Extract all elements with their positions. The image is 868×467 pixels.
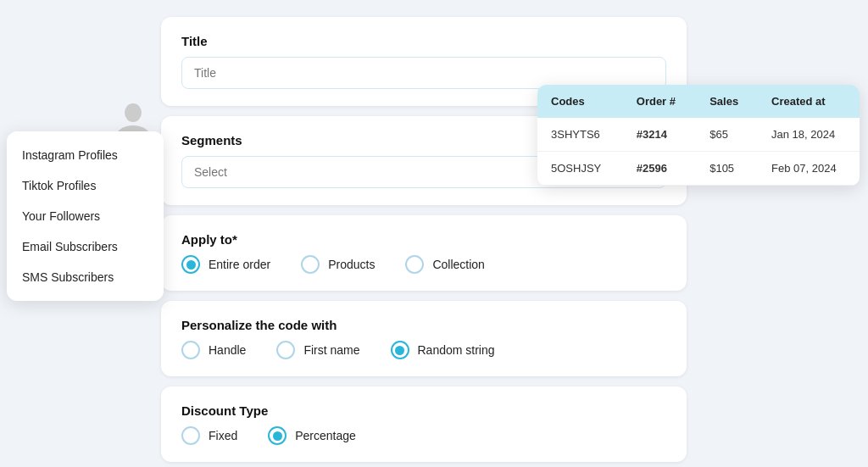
codes-table-popup: Codes Order # Sales Created at 3SHYTS6 #… (537, 85, 860, 186)
table-cell-code-2: 5OSHJSY (537, 152, 623, 186)
table-header-sales: Sales (696, 85, 758, 118)
discount-type-options: Fixed Percentage (181, 426, 666, 445)
personalize-label: Personalize the code with (181, 318, 666, 332)
personalize-card: Personalize the code with Handle First n… (161, 301, 687, 376)
apply-to-options: Entire order Products Collection (181, 255, 666, 274)
table-header-codes: Codes (537, 85, 623, 118)
discount-type-label: Discount Type (181, 403, 666, 418)
discount-type-card: Discount Type Fixed Percentage (161, 386, 687, 462)
apply-to-card: Apply to* Entire order Products Collecti… (161, 215, 687, 291)
radio-circle-entire-order (181, 255, 200, 274)
radio-label-products: Products (328, 258, 375, 271)
radio-entire-order[interactable]: Entire order (181, 255, 270, 274)
radio-first-name[interactable]: First name (276, 341, 359, 359)
radio-circle-collection (405, 255, 424, 274)
dropdown-item-instagram-profiles[interactable]: Instagram Profiles (7, 140, 164, 170)
dropdown-menu: Instagram Profiles Tiktok Profiles Your … (7, 131, 164, 301)
radio-fixed[interactable]: Fixed (181, 426, 237, 445)
table-row: 5OSHJSY #2596 $105 Feb 07, 2024 (537, 152, 860, 186)
table-header-order: Order # (623, 85, 696, 118)
main-container: Title Segments Apply to* Entire order Pr… (161, 17, 687, 462)
radio-circle-first-name (276, 341, 295, 359)
table-header-created: Created at (758, 85, 860, 118)
table-row: 3SHYTS6 #3214 $65 Jan 18, 2024 (537, 118, 860, 152)
table-cell-sales-1: $65 (696, 118, 758, 152)
radio-random-string[interactable]: Random string (391, 341, 495, 359)
dropdown-item-sms-subscribers[interactable]: SMS Subscribers (7, 262, 164, 292)
svg-point-0 (125, 103, 142, 122)
dropdown-item-tiktok-profiles[interactable]: Tiktok Profiles (7, 170, 164, 201)
radio-circle-handle (181, 341, 200, 359)
table-cell-created-1: Jan 18, 2024 (758, 118, 860, 152)
personalize-options: Handle First name Random string (181, 341, 666, 359)
radio-label-collection: Collection (432, 258, 484, 271)
radio-label-entire-order: Entire order (209, 258, 270, 271)
radio-collection[interactable]: Collection (405, 255, 484, 274)
radio-circle-fixed (181, 426, 200, 445)
dropdown-item-your-followers[interactable]: Your Followers (7, 201, 164, 231)
title-label: Title (181, 34, 666, 48)
radio-label-percentage: Percentage (295, 429, 356, 442)
table-cell-sales-2: $105 (696, 152, 758, 186)
radio-handle[interactable]: Handle (181, 341, 246, 359)
table-cell-order-1: #3214 (623, 118, 696, 152)
table-cell-created-2: Feb 07, 2024 (758, 152, 860, 186)
radio-percentage[interactable]: Percentage (268, 426, 356, 445)
table-cell-order-2: #2596 (623, 152, 696, 186)
radio-label-random-string: Random string (418, 343, 495, 357)
radio-circle-percentage (268, 426, 287, 445)
radio-circle-products (301, 255, 320, 274)
radio-label-first-name: First name (303, 343, 359, 357)
radio-circle-random-string (391, 341, 409, 359)
radio-label-handle: Handle (209, 343, 246, 357)
radio-products[interactable]: Products (301, 255, 375, 274)
dropdown-item-email-subscribers[interactable]: Email Subscribers (7, 231, 164, 262)
apply-to-label: Apply to* (181, 232, 666, 247)
radio-label-fixed: Fixed (209, 429, 237, 442)
table-cell-code-1: 3SHYTS6 (537, 118, 623, 152)
